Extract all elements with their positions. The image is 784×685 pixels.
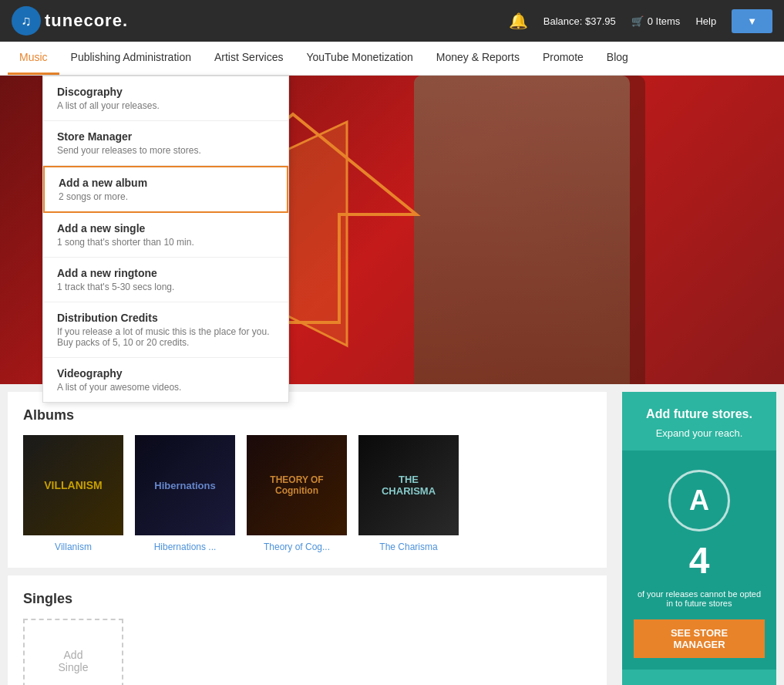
add-single-label-line1: Add [64,649,83,661]
dropdown-store-manager[interactable]: Store Manager Send your releases to more… [43,121,288,166]
stores-note: of your releases cannot be opted in to f… [634,589,765,608]
album-cover-hibernations: Hibernations [135,435,235,535]
future-stores-subtitle: Expand your reach. [638,427,761,439]
logo-text: tunecore. [45,11,128,31]
dropdown-add-ringtone-title: Add a new ringtone [57,267,274,279]
dropdown-dist-credits[interactable]: Distribution Credits If you release a lo… [43,302,288,358]
dropdown-dist-credits-desc: If you release a lot of music this is th… [57,326,274,348]
cart-icon: 🛒 [631,15,644,27]
sidebar: Add future stores. Expand your reach. A … [614,384,784,685]
album-charisma[interactable]: THECHARISMA The Charisma [358,435,459,552]
logo-area: ♫ tunecore. [12,6,128,35]
main-content: Albums VILLANISM Villanism Hibernations … [0,384,614,685]
future-stores-icon-area: A 4 of your releases cannot be opted in … [622,450,776,670]
albums-section-title: Albums [23,407,591,423]
stores-count: 4 [634,539,765,582]
album-title-hibernations: Hibernations ... [135,542,235,552]
album-cover-villanism: VILLANISM [23,435,123,535]
dropdown-add-single-desc: 1 song that's shorter than 10 min. [57,237,274,248]
album-cover-charisma: THECHARISMA [358,435,459,535]
main-nav: Music Publishing Administration Artist S… [0,42,784,76]
top-bar: ♫ tunecore. 🔔 Balance: $37.95 🛒 0 Items … [0,0,784,42]
logo-icon: ♫ [12,6,41,35]
dropdown-discography-desc: A list of all your releases. [57,100,274,111]
dropdown-store-manager-title: Store Manager [57,130,274,143]
see-store-manager-button[interactable]: SEE STORE MANAGER [634,619,765,658]
dropdown-add-album-title: Add a new album [59,177,273,189]
dropdown-add-album[interactable]: Add a new album 2 songs or more. [43,166,288,213]
album-title-theory: Theory of Cog... [247,542,347,552]
dropdown-add-single[interactable]: Add a new single 1 song that's shorter t… [43,213,288,258]
singles-section-title: Singles [23,591,591,607]
dropdown-dist-credits-title: Distribution Credits [57,312,274,324]
dropdown-discography-title: Discography [57,86,274,98]
top-bar-right: 🔔 Balance: $37.95 🛒 0 Items Help ▼ [509,9,772,33]
album-title-villanism: Villanism [23,542,123,552]
nav-item-artist-services[interactable]: Artist Services [203,42,294,75]
bell-icon[interactable]: 🔔 [509,12,528,30]
album-hibernations[interactable]: Hibernations Hibernations ... [135,435,235,552]
dropdown-add-ringtone-desc: 1 track that's 5-30 secs long. [57,282,274,292]
dropdown-videography-title: Videography [57,367,274,380]
dropdown-discography[interactable]: Discography A list of all your releases. [43,76,288,121]
auto-distribute-icon: A [668,470,730,531]
add-single-label-line2: Single [59,661,89,673]
dropdown-videography-desc: A list of your awesome videos. [57,382,274,393]
dropdown-store-manager-desc: Send your releases to more stores. [57,145,274,156]
add-single-button[interactable]: Add Single [23,619,123,685]
nav-item-music[interactable]: Music [8,42,59,75]
nav-item-promote[interactable]: Promote [531,42,595,75]
user-dropdown-button[interactable]: ▼ [732,9,772,33]
content-wrapper: Albums VILLANISM Villanism Hibernations … [0,384,784,685]
singles-section: Singles Add Single [8,575,607,685]
dropdown-videography[interactable]: Videography A list of your awesome video… [43,358,288,402]
nav-item-publishing[interactable]: Publishing Administration [59,42,203,75]
music-dropdown-menu: Discography A list of all your releases.… [42,76,289,403]
album-cover-theory: THEORY OFCognition [247,435,347,535]
dropdown-add-single-title: Add a new single [57,222,274,235]
dropdown-add-album-desc: 2 songs or more. [59,191,273,202]
hero-person-overlay [414,76,645,384]
cart-area[interactable]: 🛒 0 Items [631,15,681,27]
nav-item-money[interactable]: Money & Reports [425,42,531,75]
album-title-charisma: The Charisma [358,542,459,552]
albums-grid: VILLANISM Villanism Hibernations Hiberna… [23,435,591,552]
help-link[interactable]: Help [695,15,716,27]
album-villanism[interactable]: VILLANISM Villanism [23,435,123,552]
dropdown-add-ringtone[interactable]: Add a new ringtone 1 track that's 5-30 s… [43,258,288,302]
nav-item-youtube[interactable]: YouTube Monetization [294,42,424,75]
future-stores-card: Add future stores. Expand your reach. A … [622,392,776,685]
nav-item-blog[interactable]: Blog [595,42,640,75]
future-stores-title: Add future stores. [638,407,761,421]
items-count: 0 Items [648,15,681,27]
balance-text: Balance: $37.95 [543,15,616,27]
user-dropdown-arrow: ▼ [747,15,757,27]
album-theory[interactable]: THEORY OFCognition Theory of Cog... [247,435,347,552]
albums-section: Albums VILLANISM Villanism Hibernations … [8,392,607,568]
